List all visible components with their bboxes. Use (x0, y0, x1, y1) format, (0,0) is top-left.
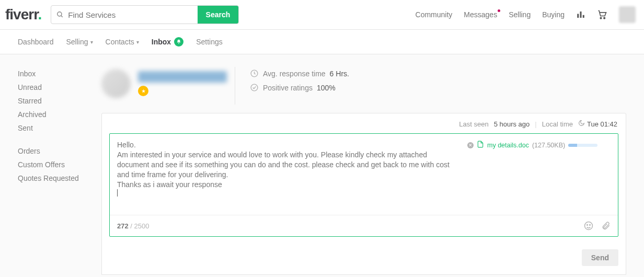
sidebar-group-commerce: Orders Custom Offers Quotes Requested (18, 144, 101, 185)
stat-value: 100% (317, 84, 336, 92)
compose-meta: Last seen 5 hours ago | Local time Tue 0… (102, 113, 626, 133)
svg-point-10 (585, 222, 593, 230)
stat-label: Positive ratings (263, 84, 313, 92)
send-row: Send (102, 242, 626, 274)
last-seen-value: 5 hours ago (494, 120, 530, 128)
moon-icon (578, 120, 585, 128)
char-counter: 272 / 2500 (117, 222, 149, 230)
emoji-button[interactable] (583, 221, 594, 231)
header-right: Community Messages Selling Buying (416, 6, 636, 23)
main: Inbox Unread Starred Archived Sent Order… (0, 54, 644, 277)
attachment-size: (127.50KB) (532, 142, 565, 149)
file-icon (477, 140, 484, 150)
content: ★ Avg. response time 6 Hrs. Positive rat… (101, 67, 644, 275)
send-button[interactable]: Send (582, 249, 618, 266)
local-time-label: Local time (542, 120, 573, 128)
subnav-settings[interactable]: Settings (196, 38, 223, 46)
svg-point-6 (604, 17, 605, 18)
remove-attachment-button[interactable]: ✕ (467, 142, 474, 148)
upload-progress-bar (568, 144, 597, 147)
svg-point-5 (600, 17, 602, 18)
svg-point-12 (590, 225, 591, 226)
attach-button[interactable] (601, 221, 611, 231)
local-time-value: Tue 01:42 (587, 120, 617, 128)
compose-body: Hello. Am interested in your service and… (110, 134, 618, 215)
compose-box: Hello. Am interested in your service and… (109, 133, 618, 237)
svg-rect-3 (580, 11, 582, 18)
nav-selling[interactable]: Selling (509, 10, 531, 19)
attachment-row: ✕ my details.doc (127.50KB) (467, 140, 612, 150)
sidebar-item-quotes-requested[interactable]: Quotes Requested (18, 171, 101, 185)
subnav-selling[interactable]: Selling ▾ (66, 38, 93, 46)
sidebar-item-custom-offers[interactable]: Custom Offers (18, 158, 101, 171)
contact-identity: ★ (101, 67, 235, 105)
contact-header: ★ Avg. response time 6 Hrs. Positive rat… (101, 67, 626, 105)
svg-line-1 (61, 16, 63, 17)
sub-nav: Dashboard Selling ▾ Contacts ▾ Inbox Set… (0, 30, 644, 54)
sidebar-group-folders: Inbox Unread Starred Archived Sent (18, 67, 101, 135)
divider: | (535, 120, 536, 128)
sidebar-item-inbox[interactable]: Inbox (18, 67, 101, 80)
subnav-contacts[interactable]: Contacts ▾ (106, 38, 139, 46)
search-input[interactable] (68, 6, 197, 24)
analytics-icon[interactable] (576, 10, 585, 19)
search-bar: Search (51, 5, 239, 24)
contact-avatar[interactable] (101, 69, 131, 98)
check-circle-icon (250, 83, 259, 92)
svg-rect-2 (577, 14, 579, 18)
clock-icon (250, 69, 259, 78)
svg-rect-4 (583, 15, 584, 18)
bell-badge-icon (174, 37, 183, 47)
stat-response-time: Avg. response time 6 Hrs. (250, 69, 626, 78)
subnav-inbox[interactable]: Inbox (152, 37, 183, 47)
svg-point-7 (178, 43, 179, 44)
nav-messages[interactable]: Messages (464, 10, 497, 19)
compose-panel: Last seen 5 hours ago | Local time Tue 0… (101, 113, 626, 275)
sidebar: Inbox Unread Starred Archived Sent Order… (18, 67, 101, 275)
search-icon (51, 11, 68, 18)
user-avatar[interactable] (619, 6, 636, 23)
search-button[interactable]: Search (198, 6, 239, 24)
cart-icon[interactable] (597, 9, 607, 20)
sidebar-item-unread[interactable]: Unread (18, 80, 101, 94)
seller-badge-icon: ★ (138, 86, 148, 96)
logo[interactable]: fiverr. (5, 6, 41, 23)
svg-point-9 (251, 84, 258, 91)
subnav-dashboard[interactable]: Dashboard (18, 38, 54, 46)
sidebar-item-orders[interactable]: Orders (18, 144, 101, 158)
chevron-down-icon: ▾ (136, 39, 139, 45)
svg-point-0 (58, 12, 62, 16)
notification-dot-icon (498, 9, 500, 12)
attachment-area: ✕ my details.doc (127.50KB) (461, 134, 618, 215)
top-header: fiverr. Search Community Messages Sellin… (0, 0, 644, 30)
sidebar-item-sent[interactable]: Sent (18, 121, 101, 135)
nav-community[interactable]: Community (416, 10, 453, 19)
last-seen-label: Last seen (459, 120, 488, 128)
compose-footer: 272 / 2500 (110, 215, 618, 236)
sidebar-item-starred[interactable]: Starred (18, 94, 101, 108)
stat-positive-ratings: Positive ratings 100% (250, 83, 626, 92)
stat-value: 6 Hrs. (330, 70, 349, 78)
sidebar-item-archived[interactable]: Archived (18, 108, 101, 121)
svg-point-11 (587, 225, 588, 226)
nav-buying[interactable]: Buying (542, 10, 565, 19)
chevron-down-icon: ▾ (90, 39, 93, 45)
stat-label: Avg. response time (263, 70, 326, 78)
contact-name[interactable] (138, 71, 227, 83)
attachment-name[interactable]: my details.doc (487, 142, 529, 149)
message-textarea[interactable]: Hello. Am interested in your service and… (110, 134, 461, 215)
contact-stats: Avg. response time 6 Hrs. Positive ratin… (245, 67, 626, 105)
